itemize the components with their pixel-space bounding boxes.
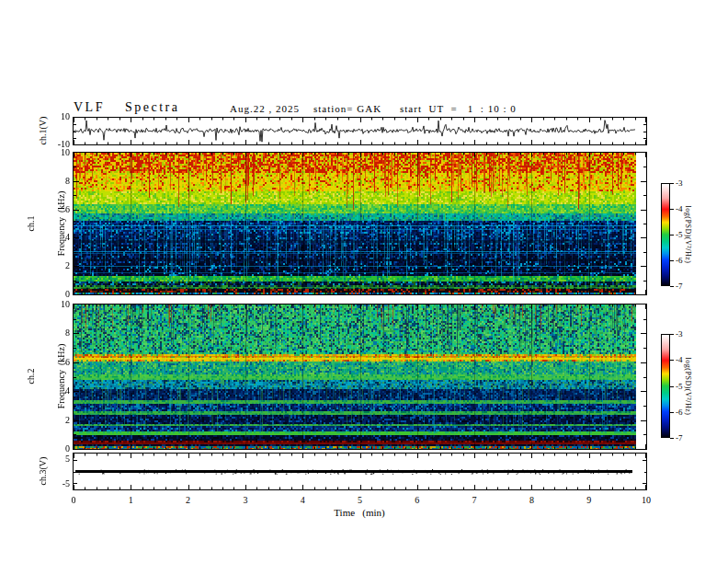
x-tick-label: 10 <box>642 496 651 505</box>
x-tick-label: 8 <box>529 496 534 505</box>
ch3-voltage-tick-label: -5 <box>39 479 70 488</box>
header-station: station= GAK <box>313 103 381 114</box>
ch2-freq-tick-label: 0 <box>39 444 70 454</box>
ch1-waveform-panel <box>73 117 647 145</box>
header-start-ut: start UT = 1 : 10 : 0 <box>400 103 517 114</box>
ch2-freq-tick-label: 10 <box>39 300 70 309</box>
colorbar-ch2-tick-label: -5 <box>676 382 683 391</box>
colorbar-ch1 <box>661 183 670 286</box>
colorbar-ch2-axis-title: log(PSD)(V²/Hz) <box>684 358 692 416</box>
colorbar-ch2-tick-label: -6 <box>676 408 683 417</box>
ch1-freq-tick-label: 8 <box>39 177 70 186</box>
ch1-freq-tick-label: 10 <box>39 148 70 157</box>
x-tick-label: 2 <box>186 496 190 505</box>
x-tick-label: 7 <box>472 496 477 505</box>
ch1-freq-tick-label: 0 <box>39 290 70 299</box>
ch1-spectrogram-canvas <box>74 153 646 294</box>
colorbar-ch2-tick-label: -4 <box>676 355 683 364</box>
colorbar-ch2-tick-mark <box>670 386 674 387</box>
ch1-waveform-canvas <box>74 118 646 144</box>
x-tick-label: 4 <box>301 496 305 505</box>
ch3-waveform-canvas <box>74 454 646 489</box>
ch1-frequency-axis-title: ch.1 Frequency (kHz) <box>6 191 86 257</box>
colorbar-ch2-tick-mark <box>670 360 674 361</box>
ch2-freq-tick-label: 6 <box>39 358 70 367</box>
colorbar-ch1-tick-label: -3 <box>676 178 683 188</box>
colorbar-ch1-tick-mark <box>670 260 674 261</box>
x-tick-label: 3 <box>243 496 247 505</box>
x-tick-label: 6 <box>415 496 419 505</box>
time-axis-title: Time (min) <box>334 507 385 518</box>
ch2-freq-tick-label: 8 <box>39 328 70 338</box>
ch2-spectrogram-canvas <box>74 304 646 449</box>
ch2-frequency-axis-title-line1: ch.2 <box>26 344 36 409</box>
header-date: Aug.22 , 2025 <box>230 103 300 114</box>
colorbar-ch2-tick-label: -3 <box>676 329 683 339</box>
ch1-spectrogram-panel <box>73 152 647 295</box>
ch1-freq-tick-label: 4 <box>39 233 70 242</box>
x-tick-label: 1 <box>129 496 133 505</box>
colorbar-ch2-tick-label: -7 <box>676 433 683 442</box>
colorbar-ch2-tick-mark <box>670 412 674 413</box>
x-tick-label: 5 <box>358 496 362 505</box>
ch1-freq-tick-label: 2 <box>39 261 70 270</box>
ch3-voltage-tick-label: 5 <box>39 454 70 464</box>
ch1-frequency-axis-title-line2: Frequency (kHz) <box>56 191 66 257</box>
colorbar-ch2-tick-mark <box>670 438 674 439</box>
ch2-spectrogram-panel <box>73 304 647 450</box>
x-tick-label: 9 <box>586 496 591 505</box>
page-title: VLF Spectra <box>74 100 179 115</box>
colorbar-ch1-tick-label: -4 <box>676 204 683 213</box>
ch1-voltage-tick-label: 10 <box>39 112 70 121</box>
colorbar-ch1-tick-label: -5 <box>676 230 683 239</box>
ch1-voltage-tick-label: -10 <box>39 140 70 149</box>
ch2-freq-tick-label: 2 <box>39 416 70 425</box>
ch1-frequency-axis-title-line1: ch.1 <box>26 191 36 257</box>
colorbar-ch2-tick-mark <box>670 334 674 335</box>
colorbar-ch2 <box>661 334 670 438</box>
colorbar-ch1-axis-title: log(PSD)(V²/Hz) <box>684 206 692 264</box>
ch2-frequency-axis-title: ch.2 Frequency (kHz) <box>6 344 86 409</box>
ch1-freq-tick-label: 6 <box>39 205 70 214</box>
colorbar-ch1-tick-mark <box>670 235 674 236</box>
x-tick-label: 0 <box>72 496 76 505</box>
vlf-spectra-figure: VLF Spectra Aug.22 , 2025 station= GAK s… <box>0 0 728 563</box>
ch2-freq-tick-label: 4 <box>39 386 70 396</box>
colorbar-ch1-tick-label: -7 <box>676 282 683 291</box>
colorbar-ch1-tick-mark <box>670 209 674 210</box>
colorbar-ch1-tick-label: -6 <box>676 256 683 265</box>
colorbar-ch1-tick-mark <box>670 286 674 287</box>
ch3-waveform-panel <box>73 453 647 490</box>
colorbar-ch1-tick-mark <box>670 183 674 184</box>
ch2-frequency-axis-title-line2: Frequency (kHz) <box>56 344 66 409</box>
